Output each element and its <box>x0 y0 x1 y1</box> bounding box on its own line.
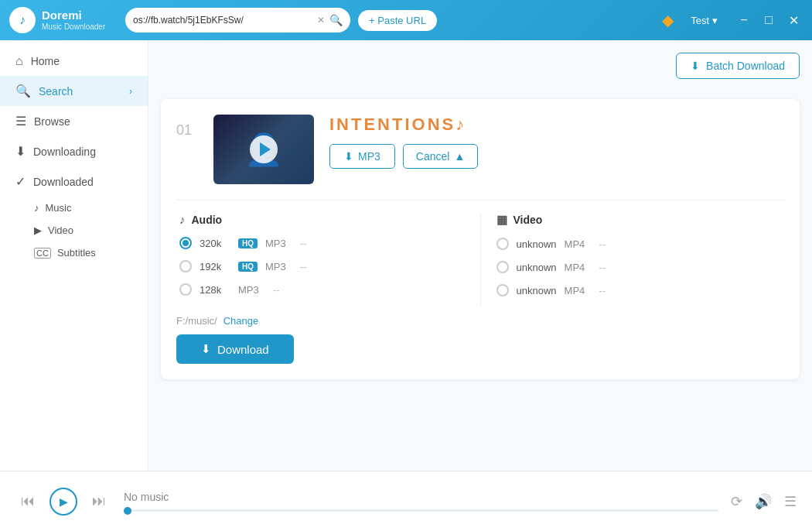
track-thumbnail[interactable]: 👤 <box>213 115 314 184</box>
sidebar-item-downloaded[interactable]: ✓ Downloaded <box>0 166 148 197</box>
audio-icon: ♪ <box>179 213 186 226</box>
downloaded-icon: ✓ <box>15 174 26 189</box>
change-path-button[interactable]: Change <box>223 315 259 327</box>
path-text: F:/music/ <box>176 315 217 327</box>
title-bar: ♪ Doremi Music Downloader os://fb.watch/… <box>0 0 812 40</box>
track-card: 01 👤 INTENTIONS♪ ⬇ <box>161 99 800 379</box>
mp3-button[interactable]: ⬇ MP3 <box>329 144 395 169</box>
radio-video-1[interactable] <box>496 238 509 250</box>
sidebar-subitem-subtitles[interactable]: CC Subtitles <box>34 242 148 264</box>
app-name-sub: Music Downloader <box>42 22 105 31</box>
quality-video-3: unknown <box>517 285 557 296</box>
radio-128k[interactable] <box>179 283 192 296</box>
player-track-label: No music <box>124 491 718 503</box>
sidebar-subitem-music[interactable]: ♪ Music <box>34 197 148 219</box>
download-btn-icon: ⬇ <box>201 342 211 356</box>
player-right-controls: ⟳ 🔊 ☰ <box>731 493 797 510</box>
paste-url-button[interactable]: + Paste URL <box>358 10 437 31</box>
chevron-down-icon: ▾ <box>712 15 718 26</box>
radio-video-3[interactable] <box>496 284 509 296</box>
bitrate-320k: 320k <box>200 238 230 249</box>
cancel-button[interactable]: Cancel ▲ <box>403 144 478 169</box>
maximize-button[interactable]: □ <box>759 11 778 29</box>
quality-video-1: unknown <box>517 238 557 250</box>
sidebar-subitem-video[interactable]: ▶ Video <box>34 219 148 242</box>
format-320k: MP3 <box>265 238 292 249</box>
audio-header: ♪ Audio <box>176 213 468 226</box>
size-video-2: -- <box>599 262 606 273</box>
window-controls: − □ ✕ <box>735 11 803 29</box>
minimize-button[interactable]: − <box>735 11 753 29</box>
radio-320k[interactable] <box>179 237 192 249</box>
url-bar[interactable]: os://fb.watch/5j1EbKFsSw/ ✕ 🔍 <box>125 8 350 33</box>
audio-column: ♪ Audio 320k HQ MP3 -- 192k HQ M <box>176 213 468 306</box>
sidebar-item-downloading[interactable]: ⬇ Downloading <box>0 136 148 166</box>
search-icon: 🔍 <box>329 14 343 26</box>
downloaded-submenu: ♪ Music ▶ Video CC Subtitles <box>0 197 148 264</box>
sidebar: ⌂ Home 🔍 Search › ☰ Browse ⬇ Downloading… <box>0 40 148 471</box>
video-option-1[interactable]: unknown MP4 -- <box>493 236 785 252</box>
home-icon: ⌂ <box>15 54 23 68</box>
radio-video-2[interactable] <box>496 261 509 273</box>
format-192k: MP3 <box>265 261 292 272</box>
size-320k: -- <box>300 238 307 249</box>
audio-option-192k[interactable]: 192k HQ MP3 -- <box>176 259 468 274</box>
bitrate-128k: 128k <box>200 284 230 296</box>
audio-option-320k[interactable]: 320k HQ MP3 -- <box>176 235 468 251</box>
download-button[interactable]: ⬇ Download <box>176 334 294 364</box>
video-column: ▦ Video unknown MP4 -- unknown MP4 -- <box>493 213 785 306</box>
player-controls: ⏮ ▶ ⏭ <box>15 488 111 516</box>
chevron-right-icon: › <box>129 86 132 97</box>
next-button[interactable]: ⏭ <box>87 489 111 514</box>
sidebar-item-search[interactable]: 🔍 Search › <box>0 76 148 106</box>
app-name: Doremi Music Downloader <box>42 9 105 31</box>
track-actions: ⬇ MP3 Cancel ▲ <box>329 144 784 169</box>
playlist-button[interactable]: ☰ <box>784 493 797 510</box>
format-video-1: MP4 <box>565 238 592 250</box>
repeat-button[interactable]: ⟳ <box>731 493 742 510</box>
progress-dot <box>124 507 131 515</box>
format-128k: MP3 <box>238 284 265 296</box>
search-nav-icon: 🔍 <box>15 84 31 98</box>
volume-button[interactable]: 🔊 <box>755 493 772 510</box>
url-text: os://fb.watch/5j1EbKFsSw/ <box>133 15 312 26</box>
video-header: ▦ Video <box>493 213 785 227</box>
main-layout: ⌂ Home 🔍 Search › ☰ Browse ⬇ Downloading… <box>0 40 812 471</box>
music-icon: ♪ <box>34 202 39 214</box>
col-divider <box>480 213 481 306</box>
track-info: INTENTIONS♪ ⬇ MP3 Cancel ▲ <box>329 115 784 169</box>
quality-video-2: unknown <box>517 262 557 273</box>
close-button[interactable]: ✕ <box>784 11 803 29</box>
player-progress-bar[interactable] <box>124 509 718 512</box>
diamond-icon: ◆ <box>662 11 674 29</box>
sidebar-item-browse[interactable]: ☰ Browse <box>0 106 148 136</box>
browse-icon: ☰ <box>15 114 26 128</box>
video-col-icon: ▦ <box>496 213 507 227</box>
app-name-main: Doremi <box>42 9 105 22</box>
audio-option-128k[interactable]: 128k MP3 -- <box>176 282 468 297</box>
hq-badge-320k: HQ <box>238 238 258 248</box>
logo-area: ♪ Doremi Music Downloader <box>9 7 118 33</box>
track-title: INTENTIONS♪ <box>329 115 784 135</box>
user-menu-button[interactable]: Test ▾ <box>691 15 718 26</box>
video-option-2[interactable]: unknown MP4 -- <box>493 259 785 275</box>
video-option-3[interactable]: unknown MP4 -- <box>493 283 785 298</box>
prev-button[interactable]: ⏮ <box>15 489 40 514</box>
track-header: 01 👤 INTENTIONS♪ ⬇ <box>176 115 784 184</box>
subtitles-icon: CC <box>34 248 51 259</box>
format-video-3: MP4 <box>565 285 592 296</box>
sidebar-item-home[interactable]: ⌂ Home <box>0 46 148 76</box>
bottom-player: ⏮ ▶ ⏭ No music ⟳ 🔊 ☰ <box>0 471 812 531</box>
video-icon: ▶ <box>34 224 42 236</box>
play-button[interactable]: ▶ <box>49 488 77 516</box>
url-close-icon[interactable]: ✕ <box>317 15 325 26</box>
size-video-3: -- <box>599 285 606 296</box>
batch-download-button[interactable]: ⬇ Batch Download <box>676 53 800 79</box>
track-divider <box>176 200 784 200</box>
hq-badge-192k: HQ <box>238 262 258 272</box>
bitrate-192k: 192k <box>200 261 230 272</box>
radio-192k[interactable] <box>179 260 192 272</box>
download-icon: ⬇ <box>15 144 26 159</box>
size-192k: -- <box>300 261 307 272</box>
batch-download-icon: ⬇ <box>691 60 700 72</box>
